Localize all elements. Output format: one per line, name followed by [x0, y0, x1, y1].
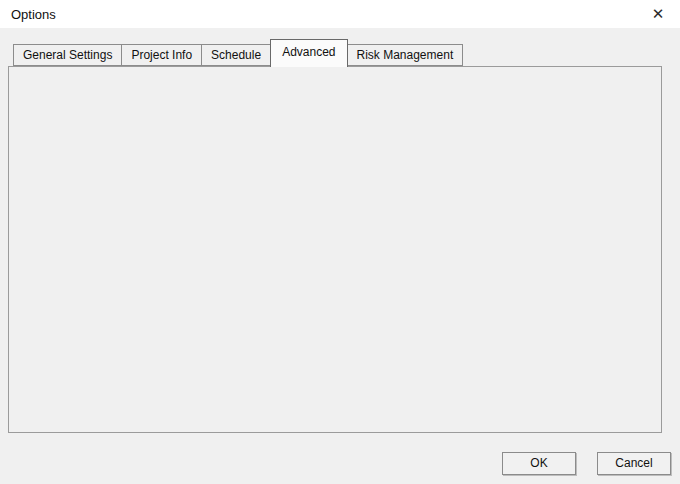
options-dialog: Options ✕ General Settings Project Info …	[0, 0, 680, 484]
tab-project-info[interactable]: Project Info	[121, 44, 202, 66]
tab-risk-management[interactable]: Risk Management	[347, 44, 464, 66]
title-bar: Options ✕	[0, 0, 680, 28]
window-title: Options	[11, 7, 56, 22]
tab-bar: General Settings Project Info Schedule A…	[13, 40, 462, 66]
tab-general-settings[interactable]: General Settings	[13, 44, 122, 66]
tab-panel	[8, 66, 662, 433]
tab-schedule[interactable]: Schedule	[201, 44, 271, 66]
ok-button[interactable]: OK	[502, 452, 576, 475]
tab-advanced[interactable]: Advanced	[270, 39, 347, 67]
close-icon[interactable]: ✕	[640, 0, 676, 28]
cancel-button[interactable]: Cancel	[597, 452, 671, 475]
